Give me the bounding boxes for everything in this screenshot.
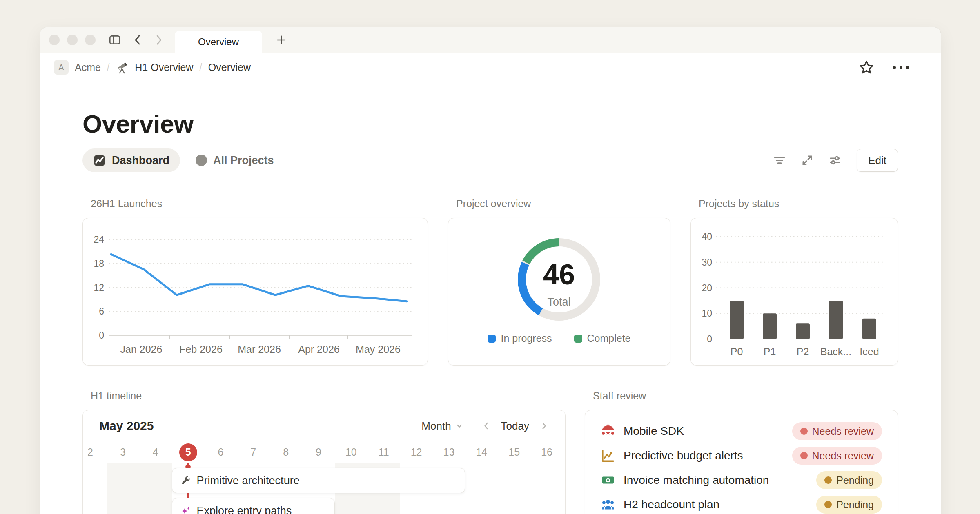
page-title: Overview (82, 82, 898, 139)
timeline-view-label: Month (421, 420, 451, 432)
banknote-icon (601, 473, 615, 487)
timeline-month-label: May 2025 (99, 419, 154, 433)
bar-chart-card[interactable]: 010203040P0P1P2Back...Iced (690, 218, 898, 366)
status-dot (824, 501, 832, 508)
timeline-day-4[interactable]: 4 (139, 441, 172, 463)
event-title: Explore entry paths (197, 505, 292, 514)
project-overview-block: Project overview 46Total In progressComp… (448, 197, 670, 366)
staff-review-row[interactable]: Invoice matching automationPending (585, 468, 898, 492)
timeline-event[interactable]: Primitive architecture (172, 468, 466, 493)
svg-text:30: 30 (702, 257, 712, 268)
new-tab-icon[interactable] (274, 33, 288, 47)
breadcrumb-separator: / (199, 62, 202, 73)
timeline-header: May 2025 Month Today (83, 410, 565, 441)
svg-text:P2: P2 (797, 346, 809, 357)
staff-review-row[interactable]: H2 headcount planPending (585, 492, 898, 514)
forward-icon[interactable] (152, 33, 166, 47)
timeline-day-11[interactable]: 11 (368, 441, 400, 463)
timeline-day-15[interactable]: 15 (498, 441, 530, 463)
bar-P1[interactable] (763, 313, 777, 339)
line-chart: 06121824Jan 2026Feb 2026Mar 2026Apr 2026… (83, 218, 428, 365)
donut-legend: In progressComplete (448, 332, 670, 344)
bar-P2[interactable] (796, 323, 810, 339)
view-tab-all-projects[interactable]: All Projects (196, 154, 274, 167)
edit-button[interactable]: Edit (857, 149, 898, 172)
bar-Iced[interactable] (862, 319, 876, 339)
timeline-day-3[interactable]: 3 (107, 441, 139, 463)
svg-text:18: 18 (94, 258, 104, 269)
breadcrumb-current[interactable]: Overview (208, 62, 251, 73)
status-dot (800, 452, 808, 459)
chevron-down-icon (455, 422, 463, 430)
favorite-star-icon[interactable] (859, 60, 874, 75)
timeline-day-16[interactable]: 16 (530, 441, 563, 463)
line-chart-card[interactable]: 06121824Jan 2026Feb 2026Mar 2026Apr 2026… (82, 218, 428, 366)
timeline-day-13[interactable]: 13 (432, 441, 465, 463)
chart-title: Projects by status (699, 197, 898, 210)
window-tab-bar: Overview (40, 27, 941, 53)
chevron-left-icon[interactable] (481, 421, 491, 431)
bar-Back...[interactable] (829, 301, 843, 339)
staff-review-card: Mobile SDKNeeds review Predictive budget… (585, 410, 898, 514)
svg-text:10: 10 (702, 308, 712, 319)
breadcrumb-bar: A Acme / H1 Overview / Overview (40, 53, 941, 82)
charts-row: 26H1 Launches 06121824Jan 2026Feb 2026Ma… (82, 197, 898, 366)
status-badge[interactable]: Pending (816, 471, 882, 489)
project-title: Invoice matching automation (624, 474, 769, 487)
view-switcher: Dashboard All Projects (82, 148, 898, 172)
timeline-day-6[interactable]: 6 (204, 441, 237, 463)
view-toolbar: Edit (773, 149, 898, 172)
view-tab-dashboard[interactable]: Dashboard (82, 148, 180, 172)
status-label: Needs review (812, 450, 874, 462)
timeline-day-10[interactable]: 10 (335, 441, 368, 463)
staff-review-row[interactable]: Predictive budget alertsNeeds review (585, 443, 898, 468)
project-title: H2 headcount plan (624, 498, 719, 511)
breadcrumb-workspace[interactable]: Acme (75, 62, 101, 73)
staff-review-row[interactable]: Mobile SDKNeeds review (585, 419, 898, 443)
breadcrumb-parent[interactable]: H1 Overview (135, 62, 193, 73)
expand-icon[interactable] (801, 154, 813, 166)
event-title: Primitive architecture (197, 474, 300, 487)
timeline-day-8[interactable]: 8 (270, 441, 302, 463)
timeline-day-14[interactable]: 14 (465, 441, 498, 463)
bar-P0[interactable] (730, 301, 744, 339)
settings-sliders-icon[interactable] (829, 154, 841, 166)
timeline-event[interactable]: Explore entry paths (172, 498, 335, 514)
timeline-day-12[interactable]: 12 (400, 441, 433, 463)
traffic-light-zoom[interactable] (85, 35, 96, 45)
sparkle-icon (180, 505, 191, 514)
status-badge[interactable]: Pending (816, 496, 882, 514)
svg-text:Mar 2026: Mar 2026 (238, 343, 281, 355)
section-title: H1 timeline (91, 390, 566, 402)
timeline-block: H1 timeline May 2025 Month (82, 390, 566, 514)
timeline-day-9[interactable]: 9 (302, 441, 335, 463)
today-button[interactable]: Today (501, 420, 529, 432)
status-dot (800, 428, 808, 435)
timeline-view-dropdown[interactable]: Month (421, 420, 463, 432)
traffic-light-close[interactable] (49, 35, 60, 45)
svg-text:Jan 2026: Jan 2026 (120, 343, 163, 355)
svg-text:Iced: Iced (860, 346, 879, 357)
sidebar-toggle-icon[interactable] (108, 33, 122, 47)
svg-text:Apr 2026: Apr 2026 (298, 343, 339, 355)
donut-chart-card[interactable]: 46Total In progressComplete (448, 218, 670, 366)
status-badge[interactable]: Needs review (792, 422, 882, 440)
back-icon[interactable] (131, 33, 145, 47)
timeline-day-5[interactable]: 5 (172, 441, 205, 463)
svg-text:0: 0 (707, 334, 712, 344)
filter-icon[interactable] (773, 154, 786, 166)
status-badge[interactable]: Needs review (792, 447, 882, 465)
timeline-day-2[interactable]: 2 (82, 441, 107, 463)
timeline-card: May 2025 Month Today (82, 410, 566, 514)
tab-title: Overview (198, 36, 239, 48)
status-dot (824, 476, 832, 484)
timeline-day-7[interactable]: 7 (237, 441, 270, 463)
chevron-right-icon[interactable] (539, 421, 549, 431)
workspace-badge[interactable]: A (54, 60, 69, 75)
traffic-light-minimize[interactable] (67, 35, 78, 45)
svg-text:P0: P0 (731, 346, 743, 357)
circle-icon (196, 155, 207, 166)
tab-overview[interactable]: Overview (175, 31, 262, 53)
more-options-icon[interactable] (893, 66, 909, 69)
launches-chart-block: 26H1 Launches 06121824Jan 2026Feb 2026Ma… (82, 197, 428, 366)
